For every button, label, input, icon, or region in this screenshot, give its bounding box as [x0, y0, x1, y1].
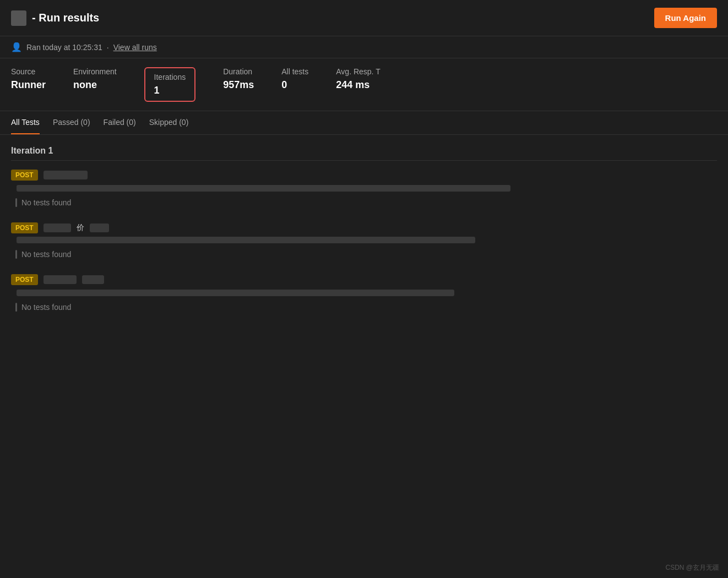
header-left: - Run results [11, 10, 99, 26]
request-1-name-placeholder [44, 171, 88, 179]
request-2-header: POST 价 [11, 222, 717, 233]
request-3-header: POST [11, 274, 717, 285]
stat-duration: Duration 957ms [223, 67, 254, 102]
avg-resp-label: Avg. Resp. T [336, 67, 380, 76]
sub-header: 👤 Ran today at 10:25:31 · View all runs [0, 36, 728, 58]
avg-resp-value: 244 ms [336, 79, 380, 91]
tab-passed[interactable]: Passed (0) [53, 111, 90, 134]
no-tests-found-1: No tests found [15, 198, 717, 207]
request-2-url-bar [17, 237, 475, 243]
tab-skipped[interactable]: Skipped (0) [149, 111, 189, 134]
environment-value: none [73, 79, 117, 91]
view-all-runs-link[interactable]: View all runs [113, 43, 157, 52]
watermark: CSDN @玄月无疆 [665, 563, 719, 572]
request-3-name-placeholder-2 [82, 275, 104, 284]
avatar [11, 10, 26, 26]
method-badge-2: POST [11, 222, 38, 233]
no-tests-found-3: No tests found [15, 303, 717, 312]
stat-all-tests: All tests 0 [281, 67, 308, 102]
no-tests-bar-1 [15, 198, 17, 207]
iterations-value: 1 [154, 85, 186, 96]
separator: · [107, 43, 109, 52]
no-tests-label-2: No tests found [21, 250, 71, 259]
request-item-2: POST 价 No tests found [11, 222, 717, 259]
request-1-url-bar [17, 185, 510, 192]
user-icon: 👤 [11, 42, 22, 52]
environment-label: Environment [73, 67, 117, 76]
all-tests-value: 0 [281, 79, 308, 91]
duration-label: Duration [223, 67, 254, 76]
method-badge-1: POST [11, 170, 38, 181]
content: Iteration 1 POST No tests found POST 价 N… [0, 135, 728, 338]
stat-environment: Environment none [73, 67, 117, 102]
request-1-header: POST [11, 170, 717, 181]
header: - Run results Run Again [0, 0, 728, 36]
request-item-1: POST No tests found [11, 170, 717, 207]
no-tests-bar-3 [15, 303, 17, 312]
tab-all-tests[interactable]: All Tests [11, 111, 40, 134]
stats-row: Source Runner Environment none Iteration… [0, 58, 728, 111]
tabs-row: All Tests Passed (0) Failed (0) Skipped … [0, 111, 728, 135]
request-2-name-placeholder [44, 223, 71, 232]
source-label: Source [11, 67, 46, 76]
page-title: - Run results [32, 12, 99, 24]
no-tests-label-3: No tests found [21, 303, 71, 312]
stat-avg-resp: Avg. Resp. T 244 ms [336, 67, 380, 102]
no-tests-bar-2 [15, 250, 17, 259]
no-tests-found-2: No tests found [15, 250, 717, 259]
stat-source: Source Runner [11, 67, 46, 102]
request-2-extra-char: 价 [77, 223, 84, 233]
no-tests-label-1: No tests found [21, 198, 71, 207]
iteration-header: Iteration 1 [11, 146, 717, 161]
run-again-button[interactable]: Run Again [654, 8, 717, 28]
request-3-name-placeholder [44, 275, 77, 284]
source-value: Runner [11, 79, 46, 91]
stat-iterations: Iterations 1 [144, 67, 196, 102]
method-badge-3: POST [11, 274, 38, 285]
ran-text: Ran today at 10:25:31 [26, 43, 102, 52]
request-item-3: POST No tests found [11, 274, 717, 312]
duration-value: 957ms [223, 79, 254, 91]
iterations-label: Iterations [154, 73, 186, 81]
tab-failed[interactable]: Failed (0) [104, 111, 136, 134]
all-tests-label: All tests [281, 67, 308, 76]
request-2-name-placeholder-2 [90, 223, 109, 232]
request-3-url-bar [17, 290, 454, 296]
